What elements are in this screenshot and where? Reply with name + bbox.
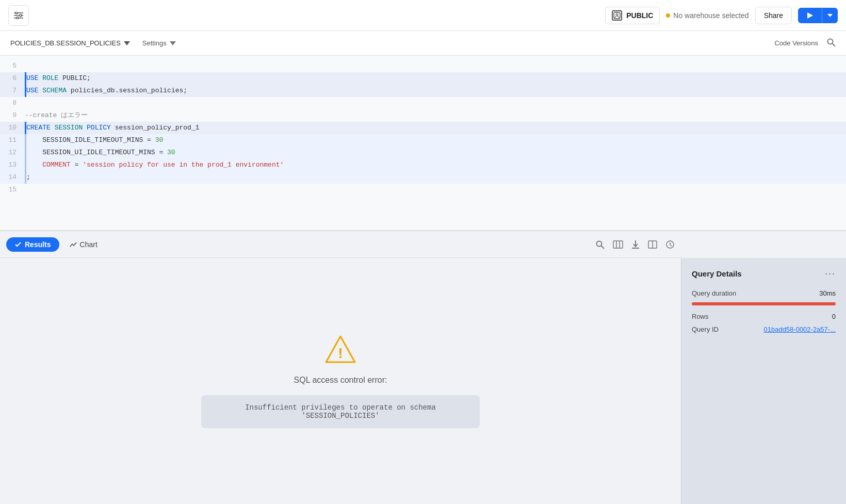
error-message-box: Insufficient privileges to operate on sc… bbox=[201, 395, 480, 428]
svg-marker-11 bbox=[170, 41, 176, 45]
duration-label: Query duration bbox=[692, 289, 736, 297]
db-selector-label: POLICIES_DB.SESSION_POLICIES bbox=[10, 39, 121, 47]
code-line-7: 7 USE SCHEMA policies_db.session_policie… bbox=[0, 85, 846, 97]
svg-point-3 bbox=[15, 12, 18, 14]
tabs-row: Results Chart bbox=[0, 231, 681, 258]
svg-line-15 bbox=[601, 246, 605, 249]
toolbar-right: Code Versions bbox=[774, 38, 836, 49]
columns-button[interactable] bbox=[613, 240, 623, 249]
results-panel: Results Chart bbox=[0, 231, 681, 504]
rows-row: Rows 0 bbox=[692, 313, 836, 320]
search-results-button[interactable] bbox=[595, 240, 605, 249]
warehouse-status[interactable]: No warehouse selected bbox=[666, 11, 749, 20]
role-icon bbox=[612, 10, 622, 21]
svg-marker-10 bbox=[124, 41, 130, 45]
filter-button[interactable] bbox=[8, 5, 29, 26]
results-area: Results Chart bbox=[0, 231, 846, 504]
query-id-row: Query ID 01badd58-0002-2a57-... bbox=[692, 326, 836, 333]
svg-point-5 bbox=[17, 17, 19, 19]
code-line-5: 5 bbox=[0, 60, 846, 72]
tab-results[interactable]: Results bbox=[6, 237, 59, 252]
tab-chart[interactable]: Chart bbox=[61, 237, 106, 252]
svg-marker-8 bbox=[807, 12, 813, 19]
warning-icon: ! bbox=[325, 334, 356, 365]
svg-rect-16 bbox=[613, 241, 623, 248]
rows-label: Rows bbox=[692, 313, 709, 320]
svg-point-14 bbox=[597, 241, 602, 246]
run-btn-group bbox=[798, 8, 838, 23]
run-button[interactable] bbox=[798, 8, 822, 23]
error-content: ! SQL access control error: Insufficient… bbox=[0, 258, 681, 504]
warehouse-label: No warehouse selected bbox=[673, 11, 749, 20]
code-line-10: 10 CREATE SESSION POLICY session_policy_… bbox=[0, 122, 846, 134]
download-button[interactable] bbox=[631, 240, 640, 249]
share-button[interactable]: Share bbox=[755, 7, 792, 24]
query-id-label: Query ID bbox=[692, 326, 719, 333]
run-dropdown-button[interactable] bbox=[822, 8, 838, 23]
code-lines: 5 6 USE ROLE PUBLIC; 7 USE SCHEMA polici… bbox=[0, 56, 846, 200]
toolbar-left: POLICIES_DB.SESSION_POLICIES Settings bbox=[10, 39, 176, 47]
query-details-title: Query Details bbox=[692, 269, 742, 278]
code-versions-button[interactable]: Code Versions bbox=[774, 39, 818, 47]
code-line-6: 6 USE ROLE PUBLIC; bbox=[0, 72, 846, 85]
settings-label: Settings bbox=[142, 39, 167, 47]
settings-selector[interactable]: Settings bbox=[142, 39, 176, 47]
error-title: SQL access control error: bbox=[294, 376, 387, 385]
duration-value: 30ms bbox=[819, 289, 836, 297]
toolbar: POLICIES_DB.SESSION_POLICIES Settings Co… bbox=[0, 31, 846, 56]
svg-line-13 bbox=[833, 43, 836, 46]
search-button[interactable] bbox=[826, 38, 836, 49]
warehouse-dot bbox=[666, 13, 670, 18]
svg-point-7 bbox=[616, 13, 618, 15]
svg-marker-9 bbox=[827, 14, 833, 17]
query-details-panel: Query Details ··· Query duration 30ms Ro… bbox=[681, 258, 846, 504]
query-details-header: Query Details ··· bbox=[692, 268, 836, 279]
query-id-value[interactable]: 01badd58-0002-2a57-... bbox=[763, 326, 836, 333]
duration-bar bbox=[692, 302, 836, 305]
code-line-11: 11 SESSION_IDLE_TIMEOUT_MINS = 30 bbox=[0, 134, 846, 147]
code-line-8: 8 bbox=[0, 97, 846, 109]
code-line-14: 14 ; bbox=[0, 171, 846, 184]
duration-row: Query duration 30ms bbox=[692, 289, 836, 297]
expand-button[interactable] bbox=[648, 240, 657, 249]
tabs-left: Results Chart bbox=[6, 237, 106, 252]
svg-point-4 bbox=[20, 14, 22, 17]
code-line-12: 12 SESSION_UI_IDLE_TIMEOUT_MINS = 30 bbox=[0, 147, 846, 159]
code-editor[interactable]: 5 6 USE ROLE PUBLIC; 7 USE SCHEMA polici… bbox=[0, 56, 846, 231]
svg-text:!: ! bbox=[338, 345, 343, 361]
role-name: PUBLIC bbox=[626, 11, 653, 20]
db-selector[interactable]: POLICIES_DB.SESSION_POLICIES bbox=[10, 39, 130, 47]
role-badge[interactable]: PUBLIC bbox=[605, 7, 660, 24]
top-bar: PUBLIC No warehouse selected Share bbox=[0, 0, 846, 31]
main-content: 5 6 USE ROLE PUBLIC; 7 USE SCHEMA polici… bbox=[0, 56, 846, 504]
top-bar-right: PUBLIC No warehouse selected Share bbox=[605, 7, 838, 24]
history-button[interactable] bbox=[665, 240, 675, 249]
rows-value: 0 bbox=[832, 313, 836, 320]
code-line-13: 13 COMMENT = 'session policy for use in … bbox=[0, 159, 846, 171]
code-line-15: 15 bbox=[0, 184, 846, 196]
code-line-9: 9 --create はエラー bbox=[0, 109, 846, 122]
svg-point-12 bbox=[828, 39, 833, 44]
tabs-right bbox=[595, 240, 675, 249]
more-options-button[interactable]: ··· bbox=[825, 268, 836, 279]
top-bar-left bbox=[8, 5, 29, 26]
